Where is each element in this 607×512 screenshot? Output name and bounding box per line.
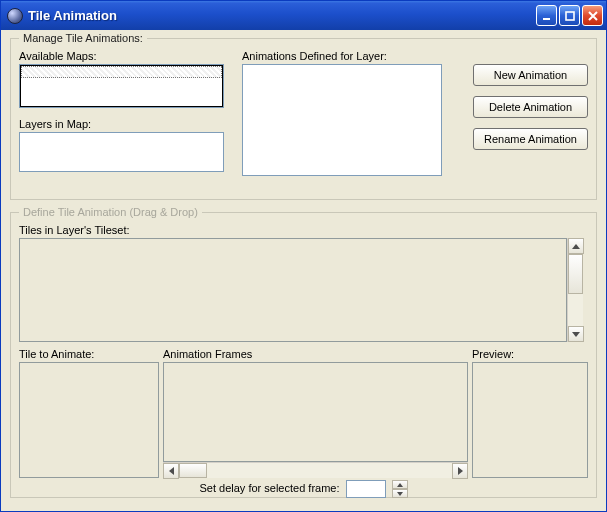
available-maps-label: Available Maps: [19,50,224,62]
scroll-left-button[interactable] [163,463,179,479]
list-selection [21,66,222,78]
tile-animation-window: Tile Animation Manage Tile Animations: A… [0,0,607,512]
preview-label: Preview: [472,348,588,360]
frames-hscroll[interactable] [163,462,468,478]
layers-label: Layers in Map: [19,118,224,130]
svg-rect-1 [566,12,574,20]
scroll-down-button[interactable] [568,326,584,342]
tile-to-animate-label: Tile to Animate: [19,348,159,360]
frames-label: Animation Frames [163,348,468,360]
preview-area[interactable] [472,362,588,478]
close-button[interactable] [582,5,603,26]
define-group: Define Tile Animation (Drag & Drop) Tile… [10,206,597,498]
tile-to-animate-area[interactable] [19,362,159,478]
manage-group: Manage Tile Animations: Available Maps: … [10,32,597,200]
scroll-thumb[interactable] [568,254,583,294]
spin-down-button[interactable] [392,489,408,498]
delay-input[interactable] [346,480,386,498]
define-legend: Define Tile Animation (Drag & Drop) [19,206,202,218]
tileset-vscroll[interactable] [567,238,583,342]
maximize-button[interactable] [559,5,580,26]
window-title: Tile Animation [28,8,536,23]
delay-label: Set delay for selected frame: [199,482,339,494]
tileset-label: Tiles in Layer's Tileset: [19,224,588,236]
scroll-up-button[interactable] [568,238,584,254]
scroll-track[interactable] [568,294,583,326]
minimize-button[interactable] [536,5,557,26]
spin-up-button[interactable] [392,480,408,489]
delay-spinner[interactable] [392,480,408,498]
new-animation-button[interactable]: New Animation [473,64,588,86]
layers-list[interactable] [19,132,224,172]
animations-label: Animations Defined for Layer: [242,50,442,62]
delete-animation-button[interactable]: Delete Animation [473,96,588,118]
titlebar[interactable]: Tile Animation [1,1,606,30]
tileset-area[interactable] [19,238,567,342]
app-icon [7,8,23,24]
manage-legend: Manage Tile Animations: [19,32,147,44]
tileset-container [19,238,588,342]
hscroll-track[interactable] [207,463,452,478]
available-maps-list[interactable] [19,64,224,108]
scroll-right-button[interactable] [452,463,468,479]
client-area: Manage Tile Animations: Available Maps: … [4,30,603,508]
animations-list[interactable] [242,64,442,176]
svg-rect-0 [543,18,550,20]
frames-area[interactable] [163,362,468,462]
rename-animation-button[interactable]: Rename Animation [473,128,588,150]
hscroll-thumb[interactable] [179,463,207,478]
